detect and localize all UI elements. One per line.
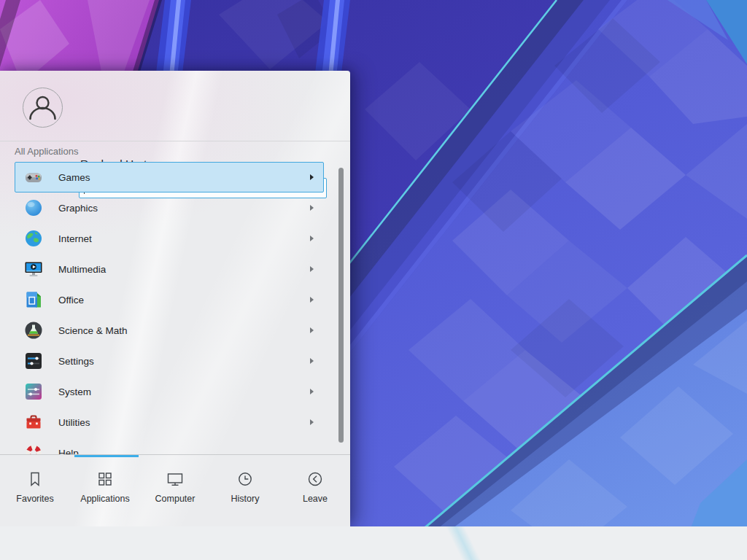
submenu-arrow-icon [310,174,314,180]
menu-item-utilities[interactable]: Utilities [15,407,324,438]
menu-item-label: Multimedia [58,264,106,275]
toolbox-icon [24,413,43,432]
bookmark-icon [26,470,44,489]
submenu-arrow-icon [310,266,314,272]
submenu-arrow-icon [310,236,314,241]
active-tab-indicator [74,455,139,457]
flask-icon [24,321,43,340]
leave-circle-icon [306,470,325,489]
user-avatar[interactable] [23,88,63,128]
menu-item-label: Office [58,295,84,306]
menu-item-label: Internet [58,233,92,244]
tab-label: History [231,494,260,504]
desktop: Raphael Hertzog All Applications [0,0,747,560]
menu-item-internet[interactable]: Internet [15,223,324,254]
menu-item-graphics[interactable]: Graphics [15,192,324,223]
application-category-list: Games Graphics [0,159,350,454]
tab-label: Favorites [16,494,53,504]
user-icon [23,88,62,127]
lifebuoy-icon [24,443,43,454]
tab-favorites[interactable]: Favorites [0,459,70,526]
tab-leave[interactable]: Leave [280,459,350,526]
sliders-dark-icon [24,351,43,370]
tab-applications[interactable]: Applications [70,459,140,526]
menu-item-label: Games [58,172,90,183]
submenu-arrow-icon [310,389,314,394]
header-divider [0,141,350,141]
menu-item-label: Help [58,448,79,455]
menu-item-label: Graphics [58,203,98,214]
monitor-play-icon [24,260,43,279]
tabbar-divider [0,454,350,455]
submenu-arrow-icon [310,327,314,333]
menu-item-games[interactable]: Games [15,162,324,192]
application-launcher-menu: Raphael Hertzog All Applications [0,71,350,526]
kickoff-tabbar: Favorites Applications Computer [0,459,350,526]
menu-item-system[interactable]: System [15,376,324,407]
menu-item-science-math[interactable]: Science & Math [15,315,324,346]
globe-icon [24,229,43,248]
menu-item-help[interactable]: Help [15,438,324,454]
tab-label: Applications [80,494,129,504]
sliders-gradient-icon [24,382,43,401]
blue-sphere-icon [24,198,43,217]
submenu-arrow-icon [310,205,314,211]
section-label: All Applications [15,146,78,157]
taskbar-panel: ES 7:03 PM 4/24/21 [0,526,747,560]
document-icon [24,290,43,309]
tab-history[interactable]: History [210,459,280,526]
submenu-arrow-icon [310,419,314,425]
menu-item-label: Settings [58,356,94,367]
menu-item-multimedia[interactable]: Multimedia [15,254,324,284]
submenu-arrow-icon [310,358,314,364]
gamepad-icon [24,168,43,187]
tab-label: Computer [155,494,196,504]
list-scrollbar[interactable] [338,168,344,443]
menu-item-office[interactable]: Office [15,284,324,315]
tab-label: Leave [303,494,328,504]
menu-item-settings[interactable]: Settings [15,346,324,376]
tab-computer[interactable]: Computer [140,459,210,526]
submenu-arrow-icon [310,297,314,303]
computer-icon [166,470,185,489]
menu-item-label: Science & Math [58,325,128,336]
clock-icon [236,470,255,489]
menu-item-label: Utilities [58,417,90,428]
app-grid-icon [96,470,115,489]
menu-item-label: System [58,386,91,397]
